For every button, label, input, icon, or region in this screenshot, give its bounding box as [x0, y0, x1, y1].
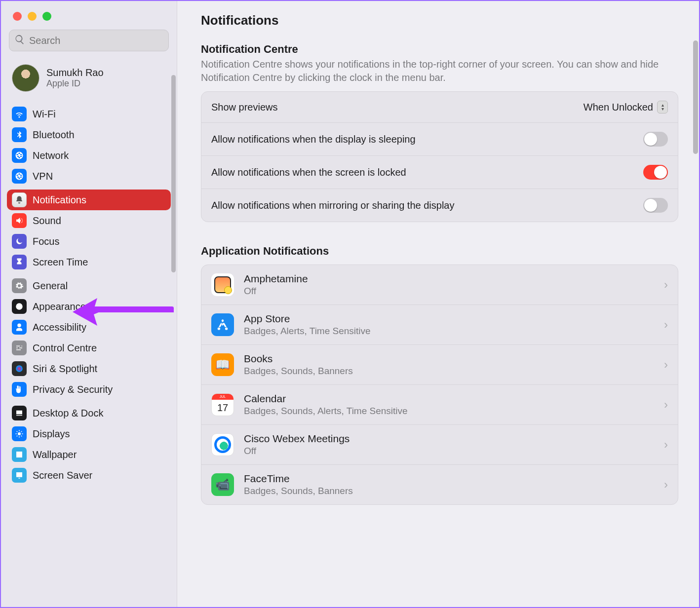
- bluetooth-icon: [12, 127, 27, 142]
- app-row-facetime[interactable]: 📹FaceTimeBadges, Sounds, Banners›: [201, 465, 678, 504]
- sidebar-item-label: Network: [33, 150, 69, 161]
- app-icon: JUL17: [211, 393, 234, 416]
- sidebar-item-wi-fi[interactable]: Wi-Fi: [7, 104, 171, 124]
- app-name: App Store: [244, 313, 654, 325]
- sidebar-scrollbar[interactable]: [171, 75, 176, 272]
- sun-icon: [12, 426, 27, 441]
- chevron-right-icon: ›: [664, 358, 668, 372]
- search-input[interactable]: [29, 35, 163, 46]
- apps-section-title: Application Notifications: [201, 245, 678, 258]
- profile-name: Sumukh Rao: [46, 67, 104, 78]
- sidebar-item-privacy-security[interactable]: Privacy & Security: [7, 379, 171, 400]
- sidebar-item-label: Privacy & Security: [33, 384, 113, 395]
- sidebar-item-notifications[interactable]: Notifications: [7, 190, 171, 210]
- sidebar-item-siri-spotlight[interactable]: Siri & Spotlight: [7, 358, 171, 379]
- app-row-amphetamine[interactable]: AmphetamineOff›: [201, 265, 678, 305]
- app-row-cisco-webex-meetings[interactable]: Cisco Webex MeetingsOff›: [201, 425, 678, 465]
- fullscreen-window-button[interactable]: [42, 12, 51, 21]
- setting-row: Allow notifications when the screen is l…: [201, 156, 678, 189]
- chevron-right-icon: ›: [664, 318, 668, 332]
- wallpaper-icon: [12, 447, 27, 462]
- sidebar-item-label: Control Centre: [33, 342, 97, 354]
- sidebar: Sumukh Rao Apple ID Wi-FiBluetoothNetwor…: [1, 1, 177, 607]
- sidebar-item-label: Notifications: [33, 194, 86, 206]
- sidebar-item-general[interactable]: General: [7, 275, 171, 296]
- sidebar-item-screen-time[interactable]: Screen Time: [7, 252, 171, 272]
- sidebar-item-sound[interactable]: Sound: [7, 210, 171, 231]
- sidebar-item-control-centre[interactable]: Control Centre: [7, 338, 171, 358]
- sidebar-item-label: General: [33, 280, 68, 292]
- apps-panel: AmphetamineOff›App StoreBadges, Alerts, …: [201, 265, 678, 505]
- sidebar-item-accessibility[interactable]: Accessibility: [7, 317, 171, 338]
- sidebar-item-screen-saver[interactable]: Screen Saver: [7, 465, 171, 486]
- hand-icon: [12, 382, 27, 397]
- chevron-up-down-icon: [657, 101, 668, 114]
- sidebar-item-label: Desktop & Dock: [33, 408, 103, 419]
- app-row-books[interactable]: 📖BooksBadges, Sounds, Banners›: [201, 345, 678, 385]
- setting-select[interactable]: When Unlocked: [583, 101, 668, 114]
- setting-label: Allow notifications when mirroring or sh…: [211, 200, 454, 211]
- sidebar-item-network[interactable]: Network: [7, 145, 171, 166]
- sidebar-item-label: Wi-Fi: [33, 109, 56, 120]
- main-scrollbar[interactable]: [693, 40, 698, 154]
- wifi-icon: [12, 107, 27, 121]
- setting-label: Allow notifications when the display is …: [211, 134, 416, 145]
- main-content: Notifications Notification Centre Notifi…: [177, 1, 699, 607]
- sidebar-item-desktop-dock[interactable]: Desktop & Dock: [7, 403, 171, 423]
- window-controls: [7, 10, 171, 30]
- avatar: [12, 64, 39, 92]
- setting-toggle[interactable]: [643, 165, 668, 180]
- setting-row: Show previewsWhen Unlocked: [201, 92, 678, 123]
- app-sub: Off: [244, 446, 654, 456]
- sidebar-item-focus[interactable]: Focus: [7, 231, 171, 252]
- notif-centre-desc: Notification Centre shows your notificat…: [201, 58, 678, 84]
- sidebar-item-displays[interactable]: Displays: [7, 423, 171, 444]
- setting-toggle[interactable]: [643, 198, 668, 213]
- notif-centre-title: Notification Centre: [201, 43, 678, 56]
- siri-icon: [12, 361, 27, 376]
- app-name: FaceTime: [244, 473, 654, 485]
- speaker-icon: [12, 213, 27, 228]
- moon-icon: [12, 234, 27, 249]
- app-name: Books: [244, 353, 654, 365]
- sidebar-item-label: Screen Saver: [33, 470, 92, 481]
- sidebar-item-label: Sound: [33, 215, 61, 227]
- profile-sub: Apple ID: [46, 78, 104, 89]
- search-field[interactable]: [9, 30, 169, 51]
- sidebar-item-bluetooth[interactable]: Bluetooth: [7, 124, 171, 145]
- page-title: Notifications: [201, 13, 678, 28]
- gear-icon: [12, 278, 27, 293]
- app-sub: Badges, Sounds, Banners: [244, 366, 654, 377]
- app-name: Calendar: [244, 393, 654, 405]
- sidebar-item-appearance[interactable]: Appearance: [7, 296, 171, 317]
- globe-icon: [12, 148, 27, 163]
- app-name: Amphetamine: [244, 273, 654, 285]
- sidebar-item-vpn[interactable]: VPN: [7, 166, 171, 187]
- sidebar-item-label: Appearance: [33, 301, 86, 312]
- sidebar-item-label: Accessibility: [33, 322, 86, 333]
- sidebar-item-wallpaper[interactable]: Wallpaper: [7, 444, 171, 465]
- setting-toggle[interactable]: [643, 132, 668, 147]
- chevron-right-icon: ›: [664, 278, 668, 292]
- profile-row[interactable]: Sumukh Rao Apple ID: [7, 60, 171, 101]
- globe-icon: [12, 169, 27, 184]
- app-sub: Badges, Sounds, Alerts, Time Sensitive: [244, 406, 654, 417]
- app-row-calendar[interactable]: JUL17CalendarBadges, Sounds, Alerts, Tim…: [201, 385, 678, 425]
- app-sub: Badges, Alerts, Time Sensitive: [244, 326, 654, 337]
- sidebar-item-label: Displays: [33, 428, 70, 440]
- app-icon: 📖: [211, 353, 234, 376]
- search-icon: [14, 34, 25, 47]
- app-name: Cisco Webex Meetings: [244, 433, 654, 445]
- close-window-button[interactable]: [13, 12, 22, 21]
- app-row-app-store[interactable]: App StoreBadges, Alerts, Time Sensitive›: [201, 305, 678, 345]
- svg-point-0: [16, 365, 23, 372]
- sidebar-item-label: Screen Time: [33, 257, 88, 268]
- chevron-right-icon: ›: [664, 398, 668, 412]
- dock-icon: [12, 406, 27, 420]
- svg-point-1: [18, 432, 21, 435]
- sidebar-item-label: VPN: [33, 171, 53, 182]
- minimize-window-button[interactable]: [28, 12, 37, 21]
- sliders-icon: [12, 341, 27, 355]
- hourglass-icon: [12, 255, 27, 269]
- setting-label: Allow notifications when the screen is l…: [211, 167, 406, 178]
